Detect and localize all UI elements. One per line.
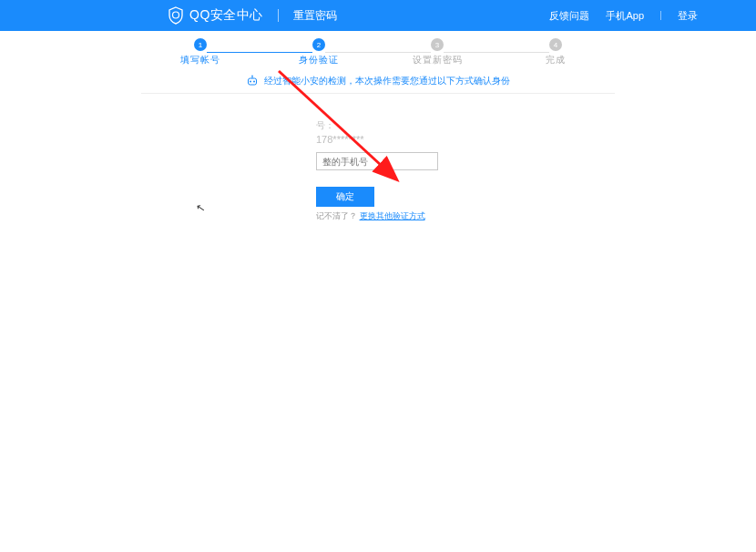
divider xyxy=(278,9,279,22)
phone-input[interactable] xyxy=(316,152,438,170)
divider-small xyxy=(660,11,661,20)
verify-form: 号： 178******** 确定 记不清了？ 更换其他验证方式 ↖ xyxy=(141,119,615,222)
confirm-button[interactable]: 确定 xyxy=(316,187,374,207)
brand-block: QQ安全中心 重置密码 xyxy=(168,6,337,25)
step-3: 3 设置新密码 xyxy=(378,38,496,66)
svg-point-5 xyxy=(251,75,253,77)
robot-icon xyxy=(246,75,259,87)
steps-bar: 1 填写帐号 2 身份验证 3 设置新密码 4 完成 xyxy=(141,31,615,69)
brand-title: QQ安全中心 xyxy=(189,7,263,24)
masked-label: 号： xyxy=(316,119,615,132)
change-method-link[interactable]: 更换其他验证方式 xyxy=(360,211,425,220)
header-links: 反馈问题 手机App 登录 xyxy=(549,9,698,23)
notice-text: 经过智能小安的检测，本次操作需要您通过以下方式确认身份 xyxy=(264,75,510,87)
link-feedback[interactable]: 反馈问题 xyxy=(549,9,589,23)
step-4: 4 完成 xyxy=(496,38,615,66)
svg-point-0 xyxy=(173,12,179,18)
step-circle: 1 xyxy=(194,38,207,51)
step-2: 2 身份验证 xyxy=(260,38,378,66)
svg-point-2 xyxy=(250,81,251,83)
svg-point-3 xyxy=(253,81,255,83)
top-header: QQ安全中心 重置密码 反馈问题 手机App 登录 xyxy=(0,0,756,31)
step-1: 1 填写帐号 xyxy=(141,38,260,66)
step-circle: 2 xyxy=(312,38,325,51)
svg-rect-1 xyxy=(249,78,257,85)
cursor-icon: ↖ xyxy=(195,200,206,215)
step-label: 完成 xyxy=(546,54,566,66)
shield-icon xyxy=(168,6,184,25)
page-subtitle: 重置密码 xyxy=(293,8,337,24)
link-app[interactable]: 手机App xyxy=(606,9,644,23)
cant-remember-text: 记不清了？ xyxy=(316,211,357,220)
masked-phone: 178******** xyxy=(316,134,615,145)
step-label: 身份验证 xyxy=(299,54,339,66)
step-circle: 3 xyxy=(431,38,444,51)
step-label: 填写帐号 xyxy=(180,54,220,66)
step-circle: 4 xyxy=(549,38,562,51)
link-login[interactable]: 登录 xyxy=(678,9,698,23)
step-label: 设置新密码 xyxy=(413,54,463,66)
alt-row: 记不清了？ 更换其他验证方式 xyxy=(316,210,615,222)
notice-bar: 经过智能小安的检测，本次操作需要您通过以下方式确认身份 xyxy=(141,69,615,94)
